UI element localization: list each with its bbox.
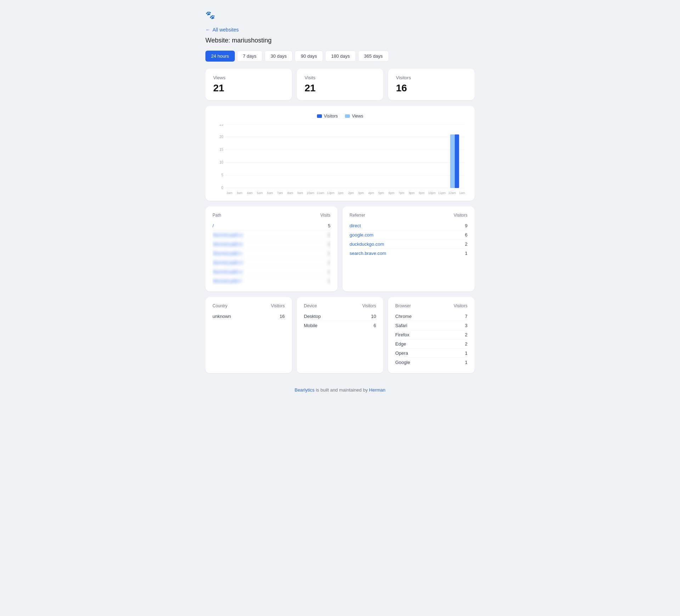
legend-visitors: Visitors xyxy=(317,114,338,119)
svg-text:5: 5 xyxy=(221,173,223,177)
svg-text:1am: 1am xyxy=(459,191,465,195)
time-filter-btn-3[interactable]: 90 days xyxy=(295,51,323,62)
paths-card: Path Visits / 5 /blurred-path-a 2 /blurr… xyxy=(205,206,338,291)
path-row-5: /blurred-path-d 1 xyxy=(212,258,330,267)
device-col-header: Device xyxy=(304,303,317,308)
country-key-1: unknown xyxy=(212,314,231,319)
bottom-stats-row: Country Visitors unknown 16 Device Visit… xyxy=(205,297,475,373)
herman-link[interactable]: Herman xyxy=(369,387,385,393)
visits-col-header: Visits xyxy=(321,213,330,218)
browsers-header: Browser Visitors xyxy=(395,303,468,308)
browser-row-3: Firefox 2 xyxy=(395,330,468,340)
svg-text:4am: 4am xyxy=(247,191,253,195)
browser-val-6: 1 xyxy=(465,360,468,365)
browser-key-4: Edge xyxy=(395,341,406,347)
paths-scroll[interactable]: / 5 /blurred-path-a 2 /blurred-path-b 2 … xyxy=(212,221,330,285)
path-key-4: /blurred-path-c xyxy=(212,251,243,256)
referrer-key-3: duckduckgo.com xyxy=(350,241,384,247)
time-filter-group: 24 hours7 days30 days90 days180 days365 … xyxy=(205,51,475,62)
country-visitors-header: Visitors xyxy=(271,303,285,308)
countries-header: Country Visitors xyxy=(212,303,285,308)
views-value: 21 xyxy=(213,82,284,94)
path-key-7: /blurred-path-f xyxy=(212,278,242,284)
browser-val-4: 2 xyxy=(465,341,468,347)
browser-row-5: Opera 1 xyxy=(395,349,468,358)
svg-rect-13 xyxy=(450,135,455,188)
logo-icon: 🐾 xyxy=(205,11,475,20)
legend-views: Views xyxy=(345,114,363,119)
back-link[interactable]: ← All websites xyxy=(205,27,475,33)
path-key-3: /blurred-path-b xyxy=(212,241,243,247)
visits-label: Visits xyxy=(305,75,375,80)
visitors-card: Visitors 16 xyxy=(388,69,475,100)
path-row-4: /blurred-path-c 1 xyxy=(212,249,330,258)
visits-card: Visits 21 xyxy=(297,69,383,100)
svg-text:15: 15 xyxy=(220,148,223,152)
chart-svg: 0 5 10 15 20 25 2am 3am 4am 5am xyxy=(214,124,466,195)
referrer-key-2: google.com xyxy=(350,232,373,238)
time-filter-btn-5[interactable]: 365 days xyxy=(358,51,389,62)
svg-text:7am: 7am xyxy=(277,191,283,195)
time-filter-btn-0[interactable]: 24 hours xyxy=(205,51,235,62)
bearlytics-link[interactable]: Bearlytics xyxy=(295,387,314,393)
device-row-2: Mobile 6 xyxy=(304,321,376,330)
footer-middle-text: is built and maintained by xyxy=(316,387,369,393)
path-row-1: / 5 xyxy=(212,221,330,230)
path-key-1: / xyxy=(212,223,214,228)
browser-val-5: 1 xyxy=(465,350,468,356)
device-row-1: Desktop 10 xyxy=(304,312,376,321)
page-title: Website: mariushosting xyxy=(205,37,475,44)
views-card: Views 21 xyxy=(205,69,292,100)
back-arrow-icon: ← xyxy=(205,27,210,33)
svg-text:1pm: 1pm xyxy=(338,191,344,195)
path-key-6: /blurred-path-e xyxy=(212,269,243,274)
referrer-row-3: duckduckgo.com 2 xyxy=(350,240,468,249)
path-val-4: 1 xyxy=(328,251,330,256)
legend-visitors-label: Visitors xyxy=(324,114,338,119)
svg-text:9pm: 9pm xyxy=(419,191,424,195)
browser-row-6: Google 1 xyxy=(395,358,468,367)
referrer-key-1: direct xyxy=(350,223,361,228)
path-referrer-row: Path Visits / 5 /blurred-path-a 2 /blurr… xyxy=(205,206,475,291)
svg-text:8pm: 8pm xyxy=(409,191,414,195)
browser-val-2: 3 xyxy=(465,323,468,328)
browser-key-1: Chrome xyxy=(395,314,412,319)
country-val-1: 16 xyxy=(280,314,285,319)
path-row-3: /blurred-path-b 2 xyxy=(212,240,330,249)
referrer-val-3: 2 xyxy=(465,241,468,247)
path-row-6: /blurred-path-e 1 xyxy=(212,267,330,276)
svg-text:5am: 5am xyxy=(257,191,262,195)
svg-text:2am: 2am xyxy=(227,191,232,195)
svg-text:9am: 9am xyxy=(297,191,303,195)
path-row-2: /blurred-path-a 2 xyxy=(212,230,330,240)
country-col-header: Country xyxy=(212,303,227,308)
svg-text:11pm: 11pm xyxy=(438,191,446,195)
stats-row: Views 21 Visits 21 Visitors 16 xyxy=(205,69,475,100)
svg-text:10pm: 10pm xyxy=(428,191,436,195)
time-filter-btn-1[interactable]: 7 days xyxy=(237,51,262,62)
device-key-2: Mobile xyxy=(304,323,317,328)
path-val-6: 1 xyxy=(328,269,330,274)
referrer-val-2: 6 xyxy=(465,232,468,238)
browsers-card: Browser Visitors Chrome 7 Safari 3 Firef… xyxy=(388,297,475,373)
path-val-3: 2 xyxy=(328,241,330,247)
visitors-label: Visitors xyxy=(396,75,467,80)
time-filter-btn-2[interactable]: 30 days xyxy=(265,51,293,62)
browser-col-header: Browser xyxy=(395,303,411,308)
referrer-val-4: 1 xyxy=(465,251,468,256)
time-filter-btn-4[interactable]: 180 days xyxy=(325,51,356,62)
browser-key-2: Safari xyxy=(395,323,407,328)
paths-header: Path Visits xyxy=(212,213,330,218)
device-visitors-header: Visitors xyxy=(362,303,376,308)
path-val-7: 1 xyxy=(328,278,330,284)
svg-text:20: 20 xyxy=(220,135,223,139)
svg-text:3am: 3am xyxy=(237,191,242,195)
browser-key-3: Firefox xyxy=(395,332,409,337)
browser-visitors-header: Visitors xyxy=(454,303,468,308)
chart-legend: Visitors Views xyxy=(214,114,466,119)
device-key-1: Desktop xyxy=(304,314,321,319)
path-val-5: 1 xyxy=(328,260,330,265)
svg-text:4pm: 4pm xyxy=(368,191,374,195)
referrer-row-4: search.brave.com 1 xyxy=(350,249,468,258)
countries-card: Country Visitors unknown 16 xyxy=(205,297,292,373)
